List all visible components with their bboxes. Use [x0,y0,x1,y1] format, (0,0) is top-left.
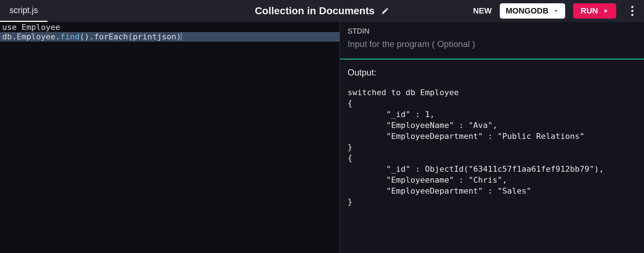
text-cursor [181,32,181,40]
code-editor[interactable]: use Employeedb.Employee.find().forEach(p… [0,22,340,253]
header-actions: NEW MONGODB RUN [473,3,637,19]
code-token: . [12,32,17,41]
output-label: Output: [348,67,637,78]
run-button[interactable]: RUN [573,3,616,19]
stdin-section: STDIN [340,22,644,59]
more-menu-button[interactable] [627,6,637,16]
code-line[interactable]: use Employee [0,23,340,32]
code-token: find [60,32,80,41]
kebab-dot-icon [631,14,633,16]
main-split: use Employeedb.Employee.find().forEach(p… [0,22,644,253]
play-icon [602,8,609,14]
stdin-input[interactable] [348,39,637,49]
page-title: Collection in Documents [255,5,375,17]
code-token: ) [176,32,181,41]
output-section: Output: switched to db Employee { "_id" … [340,59,644,207]
language-select[interactable]: MONGODB [500,3,565,19]
chevron-down-icon [553,8,559,14]
stdin-label: STDIN [348,27,637,35]
top-bar: script.js Collection in Documents NEW MO… [0,0,644,22]
code-token: db [2,32,12,41]
code-line[interactable]: db.Employee.find().forEach(printjson) [0,32,340,42]
file-tab-label: script.js [9,5,38,15]
run-button-label: RUN [580,6,598,16]
kebab-dot-icon [631,10,633,12]
kebab-dot-icon [631,6,633,8]
output-text: switched to db Employee { "_id" : 1, "Em… [348,87,637,207]
file-tab[interactable]: script.js [0,0,47,22]
code-token: . [55,32,60,41]
new-button-label: NEW [473,6,492,15]
code-token: forEach [94,32,128,41]
code-token: Employee [22,23,60,32]
code-token: (). [80,32,94,41]
new-button[interactable]: NEW [473,6,492,16]
code-token: use [2,23,22,32]
code-token: Employee [17,32,55,41]
code-token: ( [128,32,133,41]
language-select-label: MONGODB [506,6,548,16]
io-panel: STDIN Output: switched to db Employee { … [340,22,644,253]
title-area: Collection in Documents [255,0,389,22]
edit-icon[interactable] [381,7,389,15]
code-token: printjson [133,32,176,41]
